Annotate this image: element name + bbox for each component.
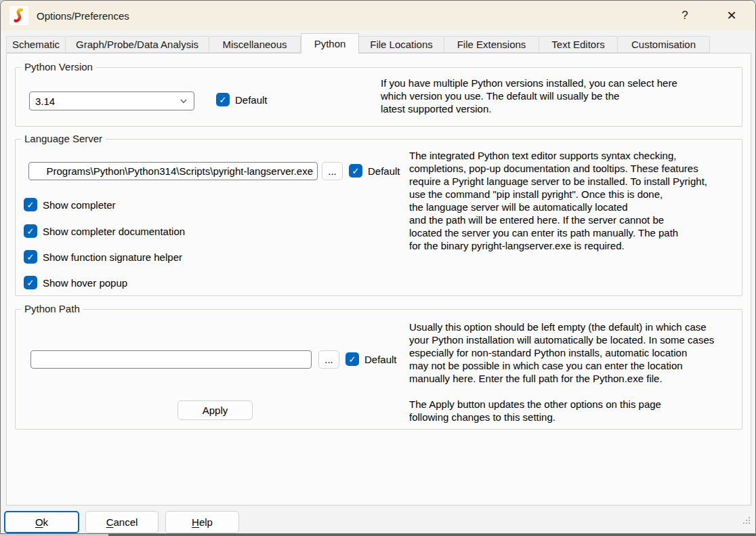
show-completer-documentation-label: Show completer documentation (43, 226, 185, 237)
show-completer-documentation-checkbox[interactable]: ✓ (24, 224, 37, 238)
python-path-input[interactable] (30, 350, 312, 369)
titlebar-help-button[interactable]: ? (670, 3, 700, 28)
show-completer-label: Show completer (43, 199, 116, 211)
show-completer-row: ✓ Show completer (24, 198, 116, 211)
python-path-default-row: ✓ Default (345, 352, 397, 366)
cancel-button[interactable]: Cancel (85, 511, 159, 533)
help-button[interactable]: Help (165, 511, 239, 533)
window-title: Options/Preferences (37, 10, 129, 22)
python-path-default-label: Default (364, 354, 397, 365)
options-preferences-dialog: Options/Preferences ? ✕ Schematic Graph/… (0, 0, 756, 534)
ok-button[interactable]: Ok (4, 511, 79, 533)
language-server-default-label: Default (368, 165, 400, 177)
show-hover-popup-label: Show hover popup (43, 277, 127, 289)
check-icon: ✓ (27, 201, 35, 209)
tab-bar: Schematic Graph/Probe/Data Analysis Misc… (6, 33, 710, 53)
python-tab-page: Python Version 3.14 ✓ Default If you hav… (6, 53, 751, 506)
check-icon: ✓ (27, 227, 35, 236)
python-path-default-checkbox[interactable]: ✓ (345, 352, 359, 366)
tab-text-editors[interactable]: Text Editors (539, 36, 618, 53)
python-version-group: Python Version 3.14 ✓ Default If you hav… (15, 67, 742, 127)
show-hover-popup-row: ✓ Show hover popup (24, 276, 127, 289)
tab-file-locations[interactable]: File Locations (359, 36, 444, 53)
resize-grip[interactable] (743, 522, 744, 524)
check-icon: ✓ (349, 355, 356, 364)
titlebar[interactable]: Options/Preferences ? ✕ (1, 1, 755, 30)
python-version-default-row: ✓ Default (216, 93, 268, 106)
check-icon: ✓ (27, 279, 35, 287)
python-version-default-label: Default (235, 94, 268, 106)
tab-graph-probe-data-analysis[interactable]: Graph/Probe/Data Analysis (66, 36, 209, 53)
python-path-apply-description: The Apply button updates the other optio… (409, 398, 744, 424)
tab-customisation[interactable]: Customisation (618, 36, 710, 53)
python-version-default-checkbox[interactable]: ✓ (216, 93, 230, 106)
app-logo-icon (9, 6, 28, 25)
show-function-signature-helper-label: Show function signature helper (43, 251, 182, 263)
show-function-signature-helper-checkbox[interactable]: ✓ (24, 250, 37, 264)
tab-python[interactable]: Python (301, 33, 359, 54)
python-version-group-label: Python Version (21, 61, 96, 73)
python-version-select[interactable]: 3.14 (29, 91, 194, 110)
language-server-description: The integrated Python text editor suppor… (409, 149, 741, 252)
tab-file-extensions[interactable]: File Extensions (444, 36, 539, 53)
check-icon: ✓ (219, 96, 227, 104)
python-path-group: Python Path ... ✓ Default Apply Usually … (15, 309, 742, 430)
chevron-down-icon (179, 96, 188, 106)
show-completer-checkbox[interactable]: ✓ (24, 198, 37, 211)
language-server-path-input[interactable] (28, 162, 318, 180)
python-version-value: 3.14 (35, 96, 55, 107)
check-icon: ✓ (27, 253, 35, 262)
python-path-description: Usually this option should be left empty… (409, 321, 744, 385)
show-hover-popup-checkbox[interactable]: ✓ (24, 276, 37, 289)
language-server-default-row: ✓ Default (349, 164, 400, 178)
apply-button[interactable]: Apply (177, 400, 253, 420)
show-completer-documentation-row: ✓ Show completer documentation (24, 224, 185, 238)
language-server-browse-button[interactable]: ... (322, 162, 343, 180)
python-path-browse-button[interactable]: ... (318, 350, 339, 369)
tab-schematic[interactable]: Schematic (6, 36, 66, 53)
python-version-description: If you have multiple Python versions ins… (381, 77, 719, 115)
check-icon: ✓ (352, 167, 360, 176)
tab-miscellaneous[interactable]: Miscellaneous (209, 36, 301, 53)
close-icon[interactable]: ✕ (716, 3, 747, 28)
language-server-group: Language Server ... ✓ Default ✓ Show com… (15, 139, 742, 296)
show-function-signature-helper-row: ✓ Show function signature helper (24, 250, 182, 264)
python-path-group-label: Python Path (21, 303, 83, 314)
language-server-group-label: Language Server (21, 133, 106, 144)
language-server-default-checkbox[interactable]: ✓ (349, 164, 362, 178)
